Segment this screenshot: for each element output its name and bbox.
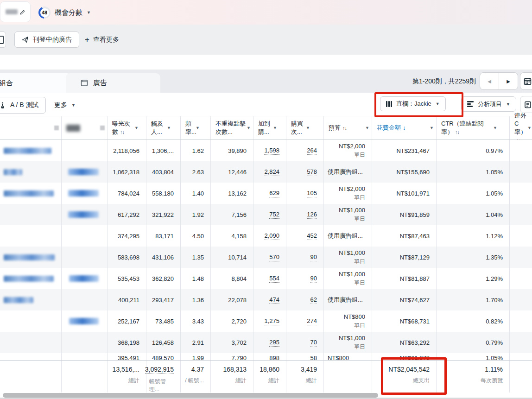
column-header-metric[interactable]: 曝光次數↑↓▼ — [108, 116, 146, 139]
sort-indicator-icon[interactable]: ↓ — [403, 124, 405, 131]
spend-cell: NT$81,887 — [372, 268, 437, 289]
redacted-ad-name[interactable] — [4, 190, 54, 196]
see-more-button[interactable]: + 查看更多 — [85, 32, 119, 48]
budget-period: 單日 — [354, 322, 365, 329]
empty-cell — [510, 353, 532, 360]
metric-value[interactable]: 2,824 — [264, 168, 279, 176]
next-page-button[interactable]: ▶ — [499, 73, 518, 89]
column-header-metric[interactable]: 預算↑↓▼ — [324, 116, 372, 139]
metric-value[interactable]: 2,090 — [264, 232, 279, 240]
partial-button[interactable] — [0, 32, 6, 48]
column-menu-caret-icon[interactable]: ▼ — [247, 126, 251, 130]
metric-value[interactable]: 629 — [269, 190, 279, 197]
metric-cell: 1,062,318 — [108, 161, 146, 183]
sort-indicator-icon[interactable]: ↑↓ — [342, 125, 347, 131]
metric-value[interactable]: 1,598 — [264, 147, 279, 155]
column-header-metric[interactable]: 不重複點擊次數...▼ — [211, 116, 253, 139]
metric-value[interactable]: 554 — [269, 275, 279, 283]
budget-period: 單日 — [354, 343, 365, 351]
redacted-ad-name[interactable] — [4, 254, 55, 260]
column-menu-caret-icon[interactable]: ▼ — [493, 126, 497, 130]
level-tabs: 組合 廣告 第1-200則，共2259則 ◀ ▶ — [0, 70, 532, 93]
metric-value[interactable]: 90 — [310, 253, 317, 261]
summary-value: 18,860 — [260, 366, 279, 373]
redacted-link[interactable] — [68, 190, 99, 196]
tab-ad-sets[interactable]: 組合 — [0, 73, 71, 93]
chevron-down-icon[interactable]: ▼ — [87, 10, 91, 15]
column-menu-caret-icon[interactable]: ▼ — [196, 126, 200, 130]
metric-cell: 7,790 — [211, 353, 253, 360]
column-menu-caret-icon[interactable]: ▼ — [430, 126, 434, 130]
metric-value: 784,024 — [118, 190, 139, 197]
metric-value[interactable]: 264 — [307, 147, 317, 155]
opportunity-score-banner: 48 機會分數 ▼ — [0, 0, 532, 25]
horizontal-scrollbar-thumb[interactable] — [3, 393, 378, 398]
metric-value[interactable]: 898 — [269, 355, 279, 360]
column-header-link[interactable] — [62, 116, 108, 139]
metric-value[interactable]: 58 — [310, 355, 317, 360]
metric-value[interactable]: 452 — [307, 232, 317, 240]
metric-value[interactable]: 295 — [269, 339, 279, 347]
redacted-link[interactable] — [69, 318, 99, 324]
ctr-cell: 1.29% — [437, 268, 510, 289]
reports-button[interactable] — [520, 96, 532, 113]
more-dropdown[interactable]: 更多 ▼ — [54, 97, 76, 114]
metric-value[interactable]: 90 — [310, 275, 317, 283]
metric-cell: 126 — [286, 204, 324, 225]
breakdown-dropdown[interactable]: 分析項目 ▼ — [461, 96, 516, 112]
column-menu-caret-icon[interactable]: ▼ — [273, 126, 277, 130]
metric-value: 10,714 — [228, 254, 247, 261]
column-header-metric[interactable]: 觸及人...▼ — [146, 116, 181, 139]
column-header-metric[interactable]: 頻率...▼ — [181, 116, 211, 139]
date-range-button[interactable] — [520, 72, 532, 90]
redacted-link[interactable] — [68, 169, 99, 175]
column-menu-caret-icon[interactable]: ▼ — [167, 126, 171, 130]
active-ads-button[interactable]: 刊登中的廣告 — [14, 32, 79, 48]
column-menu-caret-icon[interactable]: ▼ — [306, 126, 310, 130]
redacted-ad-name[interactable] — [4, 297, 33, 303]
column-menu-caret-icon[interactable]: ▼ — [134, 126, 139, 130]
redacted-ad-name[interactable] — [4, 276, 54, 282]
column-menu-caret-icon[interactable]: ▼ — [527, 126, 532, 130]
metric-value[interactable]: 274 — [307, 317, 317, 325]
column-header-metric[interactable]: 連外C率）↑↓▼ — [510, 116, 532, 139]
metric-value[interactable]: 570 — [269, 253, 279, 261]
budget-value: 使用廣告組... — [328, 168, 363, 176]
metric-cell: 8,804 — [211, 268, 253, 289]
metric-value: 73,485 — [155, 318, 174, 325]
column-header-metric[interactable]: 加到購...▼ — [253, 116, 286, 139]
tab-ads[interactable]: 廣告 — [66, 73, 160, 93]
column-header-metric[interactable]: 花費金額↓▼ — [372, 116, 437, 139]
redacted-link[interactable] — [68, 211, 99, 218]
metric-value: 39,890 — [228, 147, 247, 154]
metric-value[interactable]: 752 — [269, 211, 279, 219]
ab-test-button[interactable]: A / B 測試 — [0, 97, 46, 114]
column-header-name[interactable] — [0, 116, 62, 139]
account-card[interactable] — [0, 1, 31, 22]
summary-label: 總計 — [235, 377, 247, 385]
column-header-metric[interactable]: 購買次...▼ — [286, 116, 324, 139]
metric-value[interactable]: 126 — [307, 211, 317, 219]
metric-cell: 7,156 — [211, 204, 253, 225]
metric-value[interactable]: 70 — [310, 339, 317, 347]
metric-value[interactable]: 105 — [307, 190, 317, 197]
summary-value[interactable]: 3,092,915 — [145, 366, 174, 374]
prev-page-button[interactable]: ◀ — [480, 73, 499, 89]
metric-value[interactable]: 578 — [307, 168, 317, 176]
metric-value[interactable]: 1,275 — [264, 317, 279, 325]
metric-value[interactable]: 474 — [269, 296, 279, 304]
redacted-ad-name[interactable] — [4, 169, 22, 175]
pencil-icon[interactable] — [20, 9, 25, 15]
sort-indicator-icon[interactable]: ↑↓ — [455, 129, 459, 135]
columns-dropdown[interactable]: 直欄：Jackie ▼ — [380, 96, 446, 111]
opportunity-score[interactable]: 48 機會分數 ▼ — [38, 6, 91, 19]
sort-indicator-icon[interactable]: ↑↓ — [120, 129, 124, 135]
pagination-range: 第1-200則，共2259則 — [412, 77, 476, 86]
redacted-ad-name[interactable] — [4, 148, 51, 154]
metric-value[interactable]: 62 — [310, 296, 317, 304]
metric-value: 2.91 — [192, 339, 204, 346]
redacted-link[interactable] — [69, 275, 99, 282]
column-menu-caret-icon[interactable]: ▼ — [365, 126, 369, 130]
column-header-metric[interactable]: CTR（連結點閱率）↑↓▼ — [437, 116, 510, 139]
budget-value: NT$800 — [328, 355, 349, 360]
